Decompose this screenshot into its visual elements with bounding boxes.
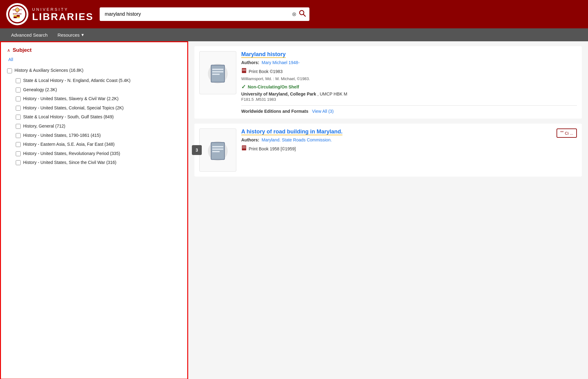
chevron-down-icon: ▾	[81, 32, 84, 38]
subject-label[interactable]: History - United States, Slavery & Civil…	[23, 96, 118, 102]
subject-checkbox[interactable]	[16, 106, 21, 111]
result-type: Print Book ©1983	[241, 67, 577, 75]
search-submit-button[interactable]	[298, 10, 307, 18]
svg-rect-29	[242, 146, 246, 147]
logo-text: UNIVERSITY LIBRARIES	[32, 7, 93, 22]
result-card: Maryland history Authors: Mary Michael 1…	[194, 46, 582, 119]
svg-rect-17	[212, 71, 223, 72]
list-item: History - United States, Revolutionary P…	[16, 149, 181, 158]
subject-label[interactable]: Genealogy (2.3K)	[23, 87, 57, 93]
worldwide-label: Worldwide Editions and Formats	[241, 109, 308, 114]
result-info: Maryland history Authors: Mary Michael 1…	[241, 51, 577, 114]
top-level-subject: History & Auxiliary Sciences (16.8K)	[7, 66, 181, 75]
sidebar: ∧ Subject All History & Auxiliary Scienc…	[0, 41, 188, 379]
search-icon	[299, 10, 306, 18]
subject-checkbox[interactable]	[16, 96, 21, 101]
svg-rect-27	[212, 151, 220, 152]
top-level-label[interactable]: History & Auxiliary Sciences (16.8K)	[14, 68, 83, 73]
cite-label: Ci	[565, 131, 569, 136]
subject-sub-items: State & Local History - N. England, Atla…	[16, 76, 181, 167]
subject-label[interactable]: State & Local History - South, Gulf Stat…	[23, 114, 114, 120]
location-name: University of Maryland, College Park	[241, 92, 316, 96]
svg-rect-30	[242, 148, 246, 148]
quote-icon: ““	[560, 130, 564, 136]
search-clear-button[interactable]: ⊗	[291, 11, 298, 18]
search-area: ⊗	[100, 7, 309, 21]
subject-label[interactable]: History - United States, 1790-1861 (415)	[23, 132, 101, 139]
subject-section-title: Subject	[13, 47, 31, 53]
subject-checkbox[interactable]	[16, 115, 21, 120]
svg-rect-6	[17, 15, 20, 17]
resources-label: Resources	[57, 32, 80, 38]
svg-text:MARYLAND: MARYLAND	[13, 13, 22, 15]
list-item: History - Eastern Asia, S.E. Asia, Far E…	[16, 140, 181, 149]
print-book-icon	[241, 67, 247, 75]
main-layout: ∧ Subject All History & Auxiliary Scienc…	[0, 41, 588, 379]
item-number-badge: 3	[192, 145, 202, 155]
result-authors: Authors: Mary Michael 1948-	[241, 60, 577, 65]
subject-checkbox[interactable]	[16, 142, 21, 147]
authors-label: Authors:	[241, 60, 259, 65]
svg-rect-5	[14, 15, 17, 17]
collapse-icon[interactable]: ∧	[7, 48, 10, 53]
list-item: State & Local History - N. England, Atla…	[16, 76, 181, 85]
list-item: History - United States, Since the Civil…	[16, 158, 181, 167]
result-call-number: F181.5 .M531 1983	[241, 97, 577, 102]
authors-label: Authors:	[241, 137, 259, 142]
subject-checkbox[interactable]	[16, 78, 21, 83]
result-location: University of Maryland, College Park , U…	[241, 92, 577, 96]
result-type: Print Book 1958 [©1959]	[241, 145, 577, 153]
subject-checkbox[interactable]	[16, 151, 21, 156]
result-authors: Authors: Maryland. State Roads Commissio…	[241, 137, 577, 142]
advanced-search-link[interactable]: Advanced Search	[6, 28, 52, 41]
result-publisher: Williamsport, Md. : M. Michael, ©1983.	[241, 76, 577, 81]
svg-rect-8	[17, 17, 20, 18]
author-link[interactable]: Mary Michael 1948-	[262, 60, 300, 65]
subject-label[interactable]: History - United States, Colonial, Speci…	[23, 105, 124, 111]
subject-section-header: ∧ Subject	[7, 47, 181, 53]
result-card: 3 ““ Ci... A history of road building in…	[194, 124, 582, 177]
svg-rect-21	[242, 70, 246, 71]
subject-all-link[interactable]: All	[8, 57, 181, 62]
top-level-checkbox[interactable]	[7, 68, 12, 73]
subject-checkbox[interactable]	[16, 133, 21, 138]
list-item: History - United States, 1790-1861 (415)	[16, 131, 181, 140]
result-thumbnail	[199, 51, 236, 94]
result-type-text: Print Book ©1983	[249, 69, 283, 74]
list-item: History, General (712)	[16, 122, 181, 131]
subject-label[interactable]: State & Local History - N. England, Atla…	[23, 78, 130, 84]
subject-checkbox[interactable]	[16, 124, 21, 129]
availability-text: Non-Circulating/On Shelf	[248, 84, 299, 89]
results-area: Maryland history Authors: Mary Michael 1…	[188, 41, 588, 379]
navbar: Advanced Search Resources ▾	[0, 28, 588, 41]
cite-button[interactable]: ““ Ci...	[557, 128, 577, 138]
list-item: History - United States, Slavery & Civil…	[16, 94, 181, 104]
libraries-label: LIBRARIES	[32, 12, 93, 22]
subject-checkbox[interactable]	[16, 160, 21, 165]
svg-rect-16	[212, 69, 223, 70]
subject-checkbox[interactable]	[16, 88, 21, 92]
svg-rect-26	[212, 149, 223, 150]
subject-label[interactable]: History - United States, Since the Civil…	[23, 160, 116, 166]
worldwide-link[interactable]: View All (3)	[312, 109, 334, 114]
subject-label[interactable]: History, General (712)	[23, 123, 65, 129]
result-type-text: Print Book 1958 [©1959]	[249, 146, 296, 151]
university-seal: UNIVERSITY OF MARYLAND	[6, 3, 28, 25]
result-title-link[interactable]: A history of road building in Maryland.	[241, 128, 342, 135]
result-thumbnail	[199, 128, 236, 172]
clear-icon: ⊗	[292, 11, 296, 18]
subject-label[interactable]: History - United States, Revolutionary P…	[23, 151, 120, 157]
logo-area: UNIVERSITY OF MARYLAND UNIVERSITY LIBRAR…	[6, 3, 93, 25]
resources-menu-button[interactable]: Resources ▾	[52, 28, 89, 41]
header: UNIVERSITY OF MARYLAND UNIVERSITY LIBRAR…	[0, 0, 588, 28]
print-book-icon	[241, 145, 247, 153]
list-item: Genealogy (2.3K)	[16, 85, 181, 95]
result-info: A history of road building in Maryland. …	[241, 128, 577, 172]
result-availability: Non-Circulating/On Shelf	[241, 84, 577, 90]
subject-label[interactable]: History - Eastern Asia, S.E. Asia, Far E…	[23, 141, 114, 148]
search-input[interactable]	[102, 11, 291, 17]
author-link[interactable]: Maryland. State Roads Commission.	[262, 137, 332, 142]
list-item: History - United States, Colonial, Speci…	[16, 104, 181, 113]
svg-rect-20	[242, 69, 246, 70]
result-title-link[interactable]: Maryland history	[241, 51, 286, 58]
